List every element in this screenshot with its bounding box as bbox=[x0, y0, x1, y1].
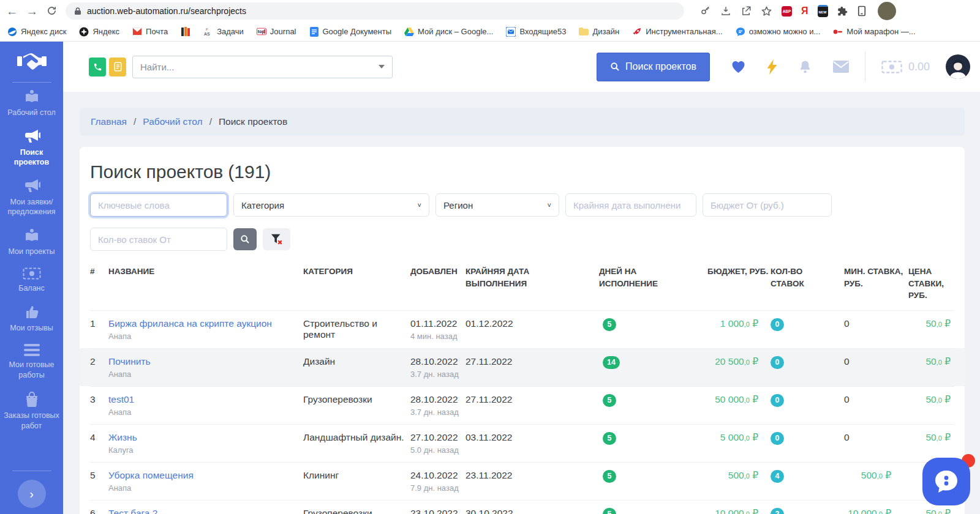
sidebar-item-link[interactable]: 0Баланс bbox=[0, 262, 63, 299]
bookmark-item[interactable]: Дизайн bbox=[579, 27, 619, 37]
url-bar[interactable]: auction.web-automation.ru/searchprojects bbox=[66, 2, 684, 20]
keywords-input[interactable] bbox=[90, 193, 227, 217]
sidebar-item-label: Рабочий стол bbox=[7, 108, 55, 118]
budget-cell: 5 000,0 ₽ bbox=[707, 432, 771, 443]
gdocs-icon bbox=[309, 27, 319, 37]
balance-amount: 0.00 bbox=[908, 61, 930, 73]
bookmark-item[interactable]: Мой диск – Google... bbox=[404, 27, 493, 37]
days-cell: 5 bbox=[599, 394, 707, 407]
browser-toolbar: ← → auction.web-automation.ru/searchproj… bbox=[0, 0, 980, 22]
project-link[interactable]: Тест бага 2 bbox=[108, 508, 157, 514]
sidebar-item-link[interactable]: Мои готовые работы bbox=[0, 338, 63, 386]
download-icon[interactable] bbox=[720, 6, 731, 17]
sidebar-expand-button[interactable]: › bbox=[18, 480, 46, 508]
new-tab-extension-icon[interactable]: NEW bbox=[818, 5, 828, 17]
added-cell: 24.10.20227.9 дн. назад bbox=[410, 470, 466, 493]
bookmark-item[interactable]: Яндекс bbox=[79, 27, 119, 37]
money-value: 50 000,0 ₽ bbox=[715, 394, 758, 405]
balance-widget[interactable]: 0.00 bbox=[881, 61, 930, 73]
breadcrumb-current: Поиск проектов bbox=[219, 116, 287, 127]
apply-filters-button[interactable] bbox=[233, 228, 257, 250]
messages-envelope-icon[interactable] bbox=[833, 61, 849, 73]
project-link[interactable]: Починить bbox=[108, 356, 151, 367]
project-link[interactable]: Уборка помещения bbox=[108, 470, 194, 480]
phone-button[interactable] bbox=[89, 58, 106, 76]
sidebar-item-link[interactable]: Мои проекты bbox=[0, 223, 63, 263]
chat-button[interactable] bbox=[922, 458, 970, 505]
back-icon[interactable]: ← bbox=[6, 6, 18, 17]
share-icon[interactable] bbox=[741, 6, 752, 17]
bookmark-item[interactable]: Google Документы bbox=[309, 27, 392, 37]
table-header: #НАЗВАНИЕКАТЕГОРИЯДОБАВЛЕНКРАЙНЯЯ ДАТА В… bbox=[90, 261, 954, 310]
bookmark-item[interactable]: Почта bbox=[132, 27, 168, 37]
bookmark-star-icon[interactable] bbox=[761, 6, 772, 17]
browser-action-icons: ABP Я NEW bbox=[700, 5, 867, 17]
bookmark-item[interactable]: Инструментальная... bbox=[632, 27, 722, 37]
search-projects-button[interactable]: Поиск проектов bbox=[597, 53, 710, 81]
sidebar-item-active[interactable]: Поиск проектов bbox=[0, 124, 63, 173]
bids-cell: 2 bbox=[771, 508, 844, 514]
boost-lightning-icon[interactable] bbox=[767, 59, 777, 75]
extensions-puzzle-icon[interactable] bbox=[837, 6, 848, 17]
device-icon[interactable] bbox=[857, 6, 867, 17]
breadcrumb-link[interactable]: Главная bbox=[91, 116, 127, 127]
min-bid-cell: 0 bbox=[844, 394, 908, 405]
category-cell: Строительство и ремонт bbox=[303, 318, 410, 340]
yandex-extension-icon[interactable]: Я bbox=[801, 6, 809, 17]
sidebar-item-link[interactable]: Заказы готовых работ bbox=[0, 386, 63, 436]
budget-from-input[interactable] bbox=[703, 193, 832, 217]
sidebar-item-label: Поиск проектов bbox=[2, 147, 61, 168]
category-select[interactable]: Категория ˅ bbox=[233, 193, 429, 217]
sidebar-item-link[interactable]: Рабочий стол bbox=[0, 84, 63, 124]
global-search-input[interactable]: Найти... bbox=[132, 56, 393, 78]
key-icon[interactable] bbox=[700, 6, 711, 17]
page-title-count: (191) bbox=[228, 162, 271, 182]
project-link[interactable]: test01 bbox=[108, 394, 134, 404]
project-cell: Уборка помещенияАнапа bbox=[108, 470, 303, 493]
adblock-extension-icon[interactable]: ABP bbox=[782, 6, 792, 17]
bookmark-item[interactable] bbox=[181, 27, 190, 37]
category-cell: Клининг bbox=[303, 470, 410, 481]
handshake-logo-icon[interactable] bbox=[16, 49, 48, 73]
sidebar-item-link[interactable]: Мои заявки/предложения bbox=[0, 173, 63, 223]
row-number: 2 bbox=[90, 356, 108, 367]
project-link[interactable]: Биржа фриланса на скрипте аукцион bbox=[108, 318, 272, 329]
favorites-heart-icon[interactable] bbox=[731, 60, 746, 73]
money-value: 5 000,0 ₽ bbox=[720, 432, 758, 443]
books-icon bbox=[181, 27, 190, 37]
user-avatar[interactable] bbox=[946, 54, 970, 79]
bookmark-item[interactable]: topJournal bbox=[257, 27, 296, 37]
breadcrumb-link[interactable]: Рабочий стол bbox=[143, 116, 202, 127]
bookmark-item[interactable]: озможно можно и... bbox=[736, 27, 821, 37]
bookmark-label: Инструментальная... bbox=[646, 27, 722, 36]
deadline-cell: 30.10.2022 bbox=[466, 508, 536, 514]
list-icon bbox=[24, 344, 40, 356]
reload-icon[interactable] bbox=[47, 6, 57, 16]
bookmark-item[interactable]: Мой марафон —... bbox=[833, 27, 915, 37]
chevron-down-icon bbox=[379, 65, 385, 69]
sidebar-item-link[interactable]: Мои отзывы bbox=[0, 299, 63, 339]
bids-cell: 4 bbox=[771, 470, 844, 483]
document-button[interactable] bbox=[109, 58, 126, 76]
yandex-disk-icon bbox=[7, 27, 17, 37]
bookmark-item[interactable]: Яндекс диск bbox=[7, 27, 66, 37]
svg-text:F: F bbox=[206, 28, 208, 31]
forward-icon[interactable]: → bbox=[26, 6, 38, 17]
project-cell: ЖизньКалуга bbox=[108, 432, 303, 455]
notifications-bell-icon[interactable] bbox=[798, 59, 812, 74]
project-link[interactable]: Жизнь bbox=[108, 432, 137, 442]
row-number: 3 bbox=[90, 394, 108, 405]
clear-filters-button[interactable] bbox=[263, 228, 290, 250]
bids-from-input[interactable] bbox=[90, 228, 227, 251]
region-select[interactable]: Регион ˅ bbox=[435, 193, 559, 217]
bookmark-item[interactable]: Входящие53 bbox=[506, 27, 566, 37]
bookmark-item[interactable]: FASЗадачи bbox=[203, 27, 244, 37]
money-value: 50,0 ₽ bbox=[925, 318, 951, 329]
table-row: 5Уборка помещенияАнапаКлининг24.10.20227… bbox=[90, 462, 954, 500]
url-text: auction.web-automation.ru/searchprojects bbox=[87, 6, 246, 16]
browser-profile-avatar[interactable] bbox=[878, 2, 896, 20]
days-badge: 5 bbox=[603, 394, 616, 407]
deadline-input[interactable] bbox=[565, 193, 696, 217]
column-header: КОЛ-ВО СТАВОК bbox=[771, 266, 844, 289]
bookmark-label: Яндекс bbox=[92, 27, 119, 36]
